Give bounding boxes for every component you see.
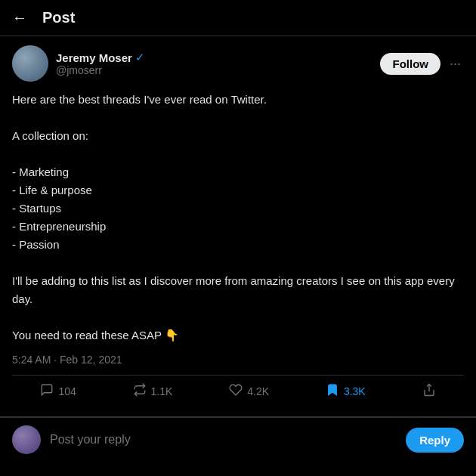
reply-button[interactable]: Reply bbox=[406, 428, 464, 453]
user-handle: @jmoserr bbox=[56, 64, 145, 76]
more-options-button[interactable]: ··· bbox=[447, 53, 464, 75]
likes-count: 4.2K bbox=[247, 385, 269, 397]
share-icon bbox=[422, 383, 436, 400]
retweets-count: 1.1K bbox=[151, 385, 173, 397]
tweet-container: Jeremy Moser ✓ @jmoserr Follow ··· Here … bbox=[0, 36, 476, 417]
avatar bbox=[12, 45, 48, 82]
user-name: Jeremy Moser bbox=[56, 51, 132, 64]
reply-row: Reply bbox=[0, 417, 476, 462]
bookmarks-count: 3.3K bbox=[344, 385, 366, 397]
reply-input[interactable] bbox=[50, 433, 397, 447]
reply-avatar bbox=[12, 425, 41, 454]
user-actions: Follow ··· bbox=[380, 53, 464, 75]
user-info: Jeremy Moser ✓ @jmoserr bbox=[12, 45, 145, 82]
page-title: Post bbox=[42, 9, 75, 26]
bookmarks-stat[interactable]: 3.3K bbox=[326, 383, 366, 400]
comment-icon bbox=[40, 383, 54, 400]
user-row: Jeremy Moser ✓ @jmoserr Follow ··· bbox=[12, 45, 464, 82]
bookmark-icon bbox=[326, 383, 339, 400]
name-row: Jeremy Moser ✓ bbox=[56, 51, 145, 64]
likes-stat[interactable]: 4.2K bbox=[229, 383, 269, 400]
header: ← Post bbox=[0, 0, 476, 36]
user-text: Jeremy Moser ✓ @jmoserr bbox=[56, 51, 145, 76]
comments-stat[interactable]: 104 bbox=[40, 383, 76, 400]
verified-icon: ✓ bbox=[135, 51, 145, 64]
retweets-stat[interactable]: 1.1K bbox=[133, 383, 173, 400]
retweet-icon bbox=[133, 383, 147, 400]
tweet-text: Here are the best threads I've ever read… bbox=[12, 91, 464, 345]
back-button[interactable]: ← bbox=[12, 9, 27, 26]
stats-row: 104 1.1K 4.2K bbox=[12, 375, 464, 407]
follow-button[interactable]: Follow bbox=[380, 53, 440, 75]
share-stat[interactable] bbox=[422, 383, 436, 400]
like-icon bbox=[229, 383, 243, 400]
comments-count: 104 bbox=[58, 385, 76, 397]
tweet-timestamp: 5:24 AM · Feb 12, 2021 bbox=[12, 354, 464, 366]
